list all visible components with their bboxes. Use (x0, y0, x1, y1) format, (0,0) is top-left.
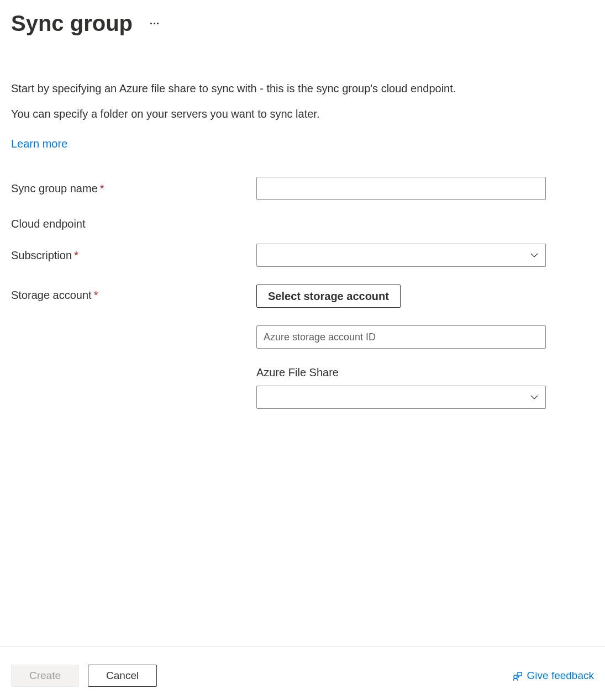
cancel-button[interactable]: Cancel (88, 665, 157, 687)
storage-account-label: Storage account* (11, 285, 256, 302)
description-line-2: You can specify a folder on your servers… (11, 106, 594, 122)
subscription-label: Subscription* (11, 249, 256, 262)
required-indicator: * (94, 289, 98, 301)
svg-point-0 (514, 675, 517, 678)
required-indicator: * (74, 249, 78, 261)
subscription-select[interactable] (256, 244, 546, 267)
chevron-down-icon (530, 393, 539, 402)
create-button[interactable]: Create (11, 665, 79, 687)
storage-account-id-input[interactable] (256, 325, 546, 349)
feedback-icon (512, 670, 523, 681)
select-storage-account-button[interactable]: Select storage account (256, 285, 401, 308)
footer-bar: Create Cancel Give feedback (0, 646, 605, 700)
required-indicator: * (100, 182, 104, 194)
description-line-1: Start by specifying an Azure file share … (11, 80, 594, 97)
give-feedback-link[interactable]: Give feedback (512, 670, 594, 682)
sync-group-name-input[interactable] (256, 177, 546, 200)
page-title: Sync group (11, 11, 133, 36)
learn-more-link[interactable]: Learn more (11, 138, 67, 150)
more-options-icon[interactable] (146, 18, 163, 29)
cloud-endpoint-heading: Cloud endpoint (11, 218, 594, 230)
azure-file-share-label: Azure File Share (256, 366, 546, 379)
azure-file-share-select[interactable] (256, 386, 546, 409)
sync-group-name-label: Sync group name* (11, 182, 256, 195)
chevron-down-icon (530, 251, 539, 260)
